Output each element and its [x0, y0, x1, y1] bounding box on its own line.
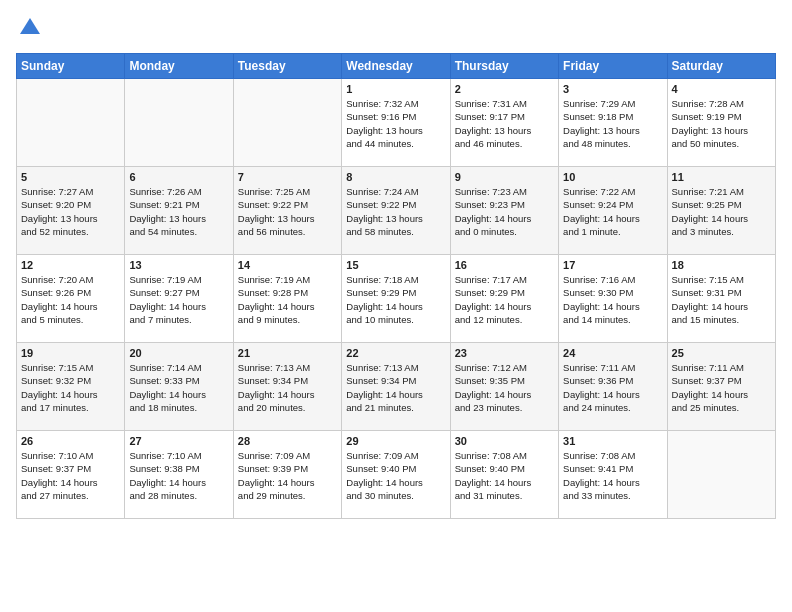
calendar-week-3: 12Sunrise: 7:20 AM Sunset: 9:26 PM Dayli… [17, 255, 776, 343]
calendar-cell: 10Sunrise: 7:22 AM Sunset: 9:24 PM Dayli… [559, 167, 667, 255]
calendar-cell: 30Sunrise: 7:08 AM Sunset: 9:40 PM Dayli… [450, 431, 558, 519]
calendar-cell: 8Sunrise: 7:24 AM Sunset: 9:22 PM Daylig… [342, 167, 450, 255]
column-header-monday: Monday [125, 54, 233, 79]
day-info: Sunrise: 7:12 AM Sunset: 9:35 PM Dayligh… [455, 361, 554, 414]
calendar-week-1: 1Sunrise: 7:32 AM Sunset: 9:16 PM Daylig… [17, 79, 776, 167]
day-number: 23 [455, 347, 554, 359]
calendar-cell [667, 431, 775, 519]
day-info: Sunrise: 7:25 AM Sunset: 9:22 PM Dayligh… [238, 185, 337, 238]
day-number: 19 [21, 347, 120, 359]
logo-icon [18, 16, 42, 40]
day-number: 22 [346, 347, 445, 359]
calendar-cell: 21Sunrise: 7:13 AM Sunset: 9:34 PM Dayli… [233, 343, 341, 431]
logo [16, 16, 42, 45]
day-info: Sunrise: 7:09 AM Sunset: 9:39 PM Dayligh… [238, 449, 337, 502]
day-info: Sunrise: 7:15 AM Sunset: 9:32 PM Dayligh… [21, 361, 120, 414]
calendar-cell: 7Sunrise: 7:25 AM Sunset: 9:22 PM Daylig… [233, 167, 341, 255]
day-number: 16 [455, 259, 554, 271]
day-number: 10 [563, 171, 662, 183]
day-number: 1 [346, 83, 445, 95]
calendar-cell: 13Sunrise: 7:19 AM Sunset: 9:27 PM Dayli… [125, 255, 233, 343]
day-number: 3 [563, 83, 662, 95]
day-info: Sunrise: 7:22 AM Sunset: 9:24 PM Dayligh… [563, 185, 662, 238]
day-info: Sunrise: 7:26 AM Sunset: 9:21 PM Dayligh… [129, 185, 228, 238]
calendar-cell: 18Sunrise: 7:15 AM Sunset: 9:31 PM Dayli… [667, 255, 775, 343]
day-number: 14 [238, 259, 337, 271]
day-number: 7 [238, 171, 337, 183]
day-info: Sunrise: 7:19 AM Sunset: 9:28 PM Dayligh… [238, 273, 337, 326]
day-number: 21 [238, 347, 337, 359]
day-info: Sunrise: 7:10 AM Sunset: 9:38 PM Dayligh… [129, 449, 228, 502]
day-number: 24 [563, 347, 662, 359]
calendar-week-4: 19Sunrise: 7:15 AM Sunset: 9:32 PM Dayli… [17, 343, 776, 431]
calendar-cell: 24Sunrise: 7:11 AM Sunset: 9:36 PM Dayli… [559, 343, 667, 431]
day-number: 15 [346, 259, 445, 271]
day-number: 27 [129, 435, 228, 447]
calendar-cell: 20Sunrise: 7:14 AM Sunset: 9:33 PM Dayli… [125, 343, 233, 431]
day-info: Sunrise: 7:29 AM Sunset: 9:18 PM Dayligh… [563, 97, 662, 150]
calendar-cell: 23Sunrise: 7:12 AM Sunset: 9:35 PM Dayli… [450, 343, 558, 431]
calendar-cell: 6Sunrise: 7:26 AM Sunset: 9:21 PM Daylig… [125, 167, 233, 255]
calendar-cell [125, 79, 233, 167]
day-info: Sunrise: 7:11 AM Sunset: 9:36 PM Dayligh… [563, 361, 662, 414]
day-info: Sunrise: 7:13 AM Sunset: 9:34 PM Dayligh… [238, 361, 337, 414]
calendar-cell: 16Sunrise: 7:17 AM Sunset: 9:29 PM Dayli… [450, 255, 558, 343]
calendar-cell: 1Sunrise: 7:32 AM Sunset: 9:16 PM Daylig… [342, 79, 450, 167]
calendar-table: SundayMondayTuesdayWednesdayThursdayFrid… [16, 53, 776, 519]
day-info: Sunrise: 7:09 AM Sunset: 9:40 PM Dayligh… [346, 449, 445, 502]
day-info: Sunrise: 7:18 AM Sunset: 9:29 PM Dayligh… [346, 273, 445, 326]
day-number: 5 [21, 171, 120, 183]
day-info: Sunrise: 7:13 AM Sunset: 9:34 PM Dayligh… [346, 361, 445, 414]
day-number: 6 [129, 171, 228, 183]
day-number: 17 [563, 259, 662, 271]
calendar-cell: 27Sunrise: 7:10 AM Sunset: 9:38 PM Dayli… [125, 431, 233, 519]
day-info: Sunrise: 7:14 AM Sunset: 9:33 PM Dayligh… [129, 361, 228, 414]
calendar-week-5: 26Sunrise: 7:10 AM Sunset: 9:37 PM Dayli… [17, 431, 776, 519]
day-info: Sunrise: 7:19 AM Sunset: 9:27 PM Dayligh… [129, 273, 228, 326]
calendar-week-2: 5Sunrise: 7:27 AM Sunset: 9:20 PM Daylig… [17, 167, 776, 255]
day-number: 12 [21, 259, 120, 271]
day-info: Sunrise: 7:08 AM Sunset: 9:41 PM Dayligh… [563, 449, 662, 502]
calendar-cell: 9Sunrise: 7:23 AM Sunset: 9:23 PM Daylig… [450, 167, 558, 255]
calendar-cell: 5Sunrise: 7:27 AM Sunset: 9:20 PM Daylig… [17, 167, 125, 255]
day-info: Sunrise: 7:24 AM Sunset: 9:22 PM Dayligh… [346, 185, 445, 238]
column-header-tuesday: Tuesday [233, 54, 341, 79]
day-info: Sunrise: 7:17 AM Sunset: 9:29 PM Dayligh… [455, 273, 554, 326]
day-number: 18 [672, 259, 771, 271]
svg-marker-0 [20, 18, 40, 34]
day-info: Sunrise: 7:28 AM Sunset: 9:19 PM Dayligh… [672, 97, 771, 150]
day-info: Sunrise: 7:08 AM Sunset: 9:40 PM Dayligh… [455, 449, 554, 502]
day-number: 20 [129, 347, 228, 359]
column-header-sunday: Sunday [17, 54, 125, 79]
day-number: 9 [455, 171, 554, 183]
calendar-cell [233, 79, 341, 167]
column-header-saturday: Saturday [667, 54, 775, 79]
calendar-cell [17, 79, 125, 167]
day-number: 4 [672, 83, 771, 95]
day-info: Sunrise: 7:27 AM Sunset: 9:20 PM Dayligh… [21, 185, 120, 238]
calendar-cell: 28Sunrise: 7:09 AM Sunset: 9:39 PM Dayli… [233, 431, 341, 519]
calendar-cell: 25Sunrise: 7:11 AM Sunset: 9:37 PM Dayli… [667, 343, 775, 431]
calendar-cell: 29Sunrise: 7:09 AM Sunset: 9:40 PM Dayli… [342, 431, 450, 519]
calendar-cell: 19Sunrise: 7:15 AM Sunset: 9:32 PM Dayli… [17, 343, 125, 431]
day-info: Sunrise: 7:32 AM Sunset: 9:16 PM Dayligh… [346, 97, 445, 150]
calendar-cell: 4Sunrise: 7:28 AM Sunset: 9:19 PM Daylig… [667, 79, 775, 167]
calendar-cell: 11Sunrise: 7:21 AM Sunset: 9:25 PM Dayli… [667, 167, 775, 255]
calendar-cell: 31Sunrise: 7:08 AM Sunset: 9:41 PM Dayli… [559, 431, 667, 519]
column-header-friday: Friday [559, 54, 667, 79]
day-number: 31 [563, 435, 662, 447]
calendar-cell: 12Sunrise: 7:20 AM Sunset: 9:26 PM Dayli… [17, 255, 125, 343]
day-number: 25 [672, 347, 771, 359]
calendar-cell: 17Sunrise: 7:16 AM Sunset: 9:30 PM Dayli… [559, 255, 667, 343]
day-number: 29 [346, 435, 445, 447]
calendar-cell: 26Sunrise: 7:10 AM Sunset: 9:37 PM Dayli… [17, 431, 125, 519]
day-info: Sunrise: 7:21 AM Sunset: 9:25 PM Dayligh… [672, 185, 771, 238]
day-info: Sunrise: 7:11 AM Sunset: 9:37 PM Dayligh… [672, 361, 771, 414]
day-info: Sunrise: 7:23 AM Sunset: 9:23 PM Dayligh… [455, 185, 554, 238]
day-number: 11 [672, 171, 771, 183]
day-number: 2 [455, 83, 554, 95]
day-number: 28 [238, 435, 337, 447]
calendar-cell: 3Sunrise: 7:29 AM Sunset: 9:18 PM Daylig… [559, 79, 667, 167]
calendar-cell: 22Sunrise: 7:13 AM Sunset: 9:34 PM Dayli… [342, 343, 450, 431]
calendar-cell: 14Sunrise: 7:19 AM Sunset: 9:28 PM Dayli… [233, 255, 341, 343]
